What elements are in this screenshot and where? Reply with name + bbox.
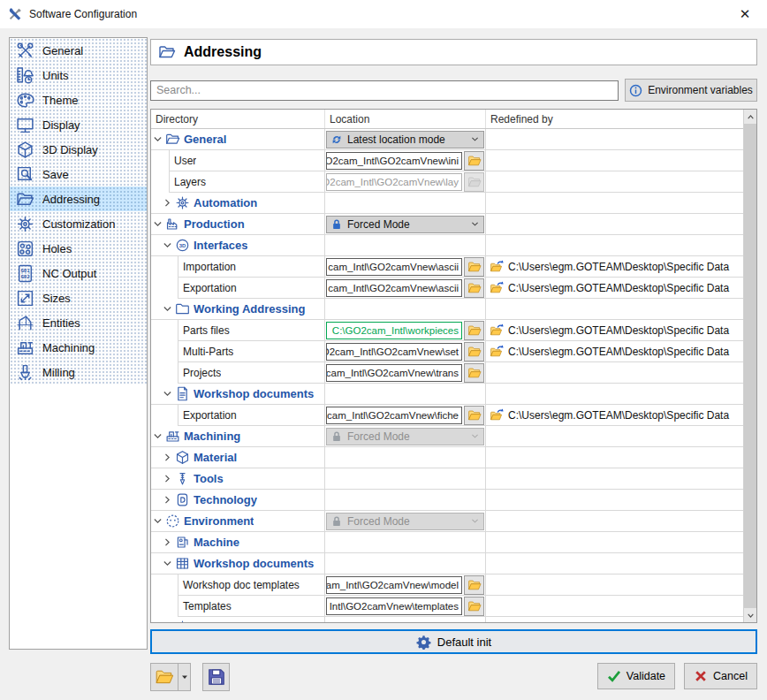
browse-folder-button[interactable]: [464, 363, 484, 383]
sidebar-item-entities[interactable]: Entities: [10, 310, 147, 335]
cancel-button[interactable]: Cancel: [684, 663, 757, 689]
default-init-label: Default init: [437, 635, 491, 649]
location-mode-dropdown[interactable]: Latest location mode: [326, 131, 484, 148]
collapse-chevron-icon[interactable]: [162, 558, 173, 569]
browse-folder-button[interactable]: [464, 321, 484, 340]
location-mode-dropdown[interactable]: Forced Mode: [326, 216, 484, 233]
location-cell: O2cam_Intl\GO2camVnew\ini: [325, 150, 486, 171]
sidebar-item-theme[interactable]: Theme: [10, 88, 147, 112]
group-label[interactable]: Machining: [184, 430, 240, 443]
browse-folder-button[interactable]: [464, 406, 484, 425]
location-path-input[interactable]: cam_Intl\GO2camVnew\fiche: [326, 407, 462, 424]
browse-folder-button[interactable]: [464, 597, 484, 616]
browse-folder-button[interactable]: [464, 575, 484, 595]
column-header-location[interactable]: Location: [325, 110, 486, 128]
group-label[interactable]: Material: [194, 451, 237, 464]
location-path-input[interactable]: C:\GO2cam_Intl\workpieces: [326, 322, 462, 339]
vertical-scrollbar[interactable]: [743, 110, 756, 622]
scrollbar-thumb[interactable]: [744, 124, 756, 608]
group-label[interactable]: Workshop documents: [194, 387, 314, 400]
group-label[interactable]: Production: [184, 217, 245, 231]
sidebar-item-label: Display: [42, 118, 80, 132]
group-label[interactable]: Automation: [194, 196, 257, 209]
sidebar-item-sizes[interactable]: Sizes: [10, 285, 147, 310]
machine-icon: [175, 535, 190, 550]
group-label[interactable]: Workshop documents: [194, 557, 314, 570]
browse-folder-button[interactable]: [464, 342, 484, 361]
group-label[interactable]: General: [184, 133, 226, 146]
group-label[interactable]: Machine: [194, 536, 239, 549]
folder-yellow-icon: [467, 366, 482, 380]
footer-left: [150, 663, 230, 691]
dropdown-chevron-icon: [470, 431, 480, 441]
collapse-chevron-icon[interactable]: [152, 218, 163, 230]
directory-label[interactable]: Templates: [178, 600, 232, 612]
directory-label[interactable]: Multi-Parts: [178, 346, 233, 358]
sidebar-item-save[interactable]: Save: [10, 162, 147, 186]
collapse-chevron-icon[interactable]: [162, 303, 173, 315]
sidebar-item-milling[interactable]: Milling: [10, 360, 147, 384]
directory-label[interactable]: Workshop doc templates: [178, 579, 300, 591]
milling-icon: [16, 363, 34, 382]
directory-label[interactable]: Layers: [170, 176, 206, 188]
location-path-input[interactable]: cam_Intl\GO2camVnew\ascii: [326, 258, 462, 276]
location-path-input[interactable]: am_Intl\GO2camVnew\model: [326, 576, 462, 594]
environment-variables-button[interactable]: Environment variables: [625, 79, 757, 102]
expand-chevron-icon[interactable]: [162, 621, 173, 622]
location-path-input[interactable]: Intl\GO2camVnew\templates: [326, 597, 462, 615]
location-path-input[interactable]: O2cam_Intl\GO2camVnew\set: [326, 343, 462, 361]
collapse-chevron-icon[interactable]: [152, 133, 163, 145]
sidebar-item-customization[interactable]: Customization: [10, 211, 147, 236]
directory-label[interactable]: User: [170, 155, 196, 167]
default-init-button[interactable]: Default init: [150, 629, 757, 654]
group-label[interactable]: Interfaces: [194, 239, 247, 252]
group-label[interactable]: Technology: [194, 493, 257, 506]
expand-chevron-icon[interactable]: [162, 494, 173, 506]
browse-folder-button[interactable]: [464, 151, 484, 171]
directory-label[interactable]: Importation: [178, 261, 236, 273]
sidebar-item-nc-output[interactable]: G01G02NC Output: [10, 261, 147, 285]
expand-chevron-icon[interactable]: [162, 536, 173, 548]
directory-label[interactable]: Parts files: [178, 324, 230, 337]
sidebar-item-display[interactable]: Display: [10, 112, 147, 137]
directory-label[interactable]: Projects: [178, 367, 221, 379]
save-config-button[interactable]: [202, 663, 230, 691]
search-input[interactable]: [150, 80, 619, 101]
location-cell: cam_Intl\GO2camVnew\trans: [325, 362, 486, 384]
directory-label[interactable]: Exportation: [178, 282, 237, 294]
expand-chevron-icon[interactable]: [162, 197, 173, 209]
scroll-up-icon[interactable]: [744, 110, 756, 124]
collapse-chevron-icon[interactable]: [152, 430, 163, 442]
table-row: UserO2cam_Intl\GO2camVnew\ini: [151, 150, 743, 171]
browse-folder-button[interactable]: [464, 278, 484, 298]
sidebar-item-3d-display[interactable]: 3D Display: [10, 137, 147, 162]
column-header-redefined-by[interactable]: Redefined by: [486, 110, 756, 128]
expand-chevron-icon[interactable]: [162, 473, 173, 484]
sidebar-item-addressing[interactable]: Addressing: [10, 186, 147, 211]
scroll-down-icon[interactable]: [744, 608, 756, 622]
expand-chevron-icon[interactable]: [162, 452, 173, 463]
validate-button[interactable]: Validate: [597, 663, 675, 689]
open-config-split-button[interactable]: [150, 663, 191, 691]
group-label[interactable]: Working Addressing: [194, 302, 305, 316]
sidebar-item-holes[interactable]: Holes: [10, 236, 147, 261]
open-config-button[interactable]: [151, 664, 178, 690]
crossed-tools-icon: [7, 6, 23, 22]
group-label[interactable]: Environment: [184, 514, 254, 528]
open-config-dropdown-arrow[interactable]: [178, 664, 190, 690]
browse-folder-button[interactable]: [464, 257, 484, 277]
collapse-chevron-icon[interactable]: [152, 515, 163, 527]
column-header-directory[interactable]: Directory: [151, 110, 325, 128]
sidebar-item-machining[interactable]: Machining: [10, 335, 147, 360]
collapse-chevron-icon[interactable]: [162, 388, 173, 399]
directory-label[interactable]: Exportation: [178, 409, 237, 422]
panel-header: Addressing: [150, 39, 757, 65]
close-button[interactable]: ✕: [730, 3, 760, 26]
location-path-input[interactable]: O2cam_Intl\GO2camVnew\ini: [326, 152, 462, 170]
collapse-chevron-icon[interactable]: [162, 240, 173, 251]
group-label[interactable]: Tools: [194, 472, 224, 485]
location-path-input[interactable]: cam_Intl\GO2camVnew\trans: [326, 364, 462, 382]
sidebar-item-general[interactable]: General: [10, 38, 147, 63]
location-path-input[interactable]: cam_Intl\GO2camVnew\ascii: [326, 279, 462, 297]
sidebar-item-units[interactable]: Units: [10, 63, 147, 88]
